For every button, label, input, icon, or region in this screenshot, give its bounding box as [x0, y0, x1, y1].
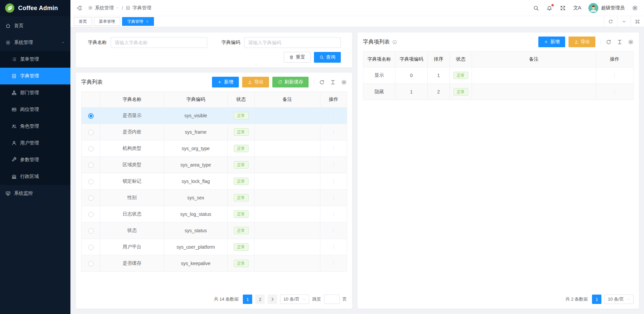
refresh-cache-button[interactable]: 刷新缓存 — [272, 77, 309, 87]
sidebar-item-label: 字典管理 — [20, 73, 39, 79]
table-row[interactable]: 是否缓存sys_keepalive正常 — [82, 255, 347, 272]
column-settings-gear-icon[interactable] — [628, 39, 634, 45]
row-radio[interactable] — [88, 130, 94, 135]
row-radio[interactable] — [88, 113, 94, 119]
dict-name-input[interactable] — [111, 37, 207, 48]
tabs-maximize-button[interactable] — [631, 16, 644, 27]
breadcrumb-item-system[interactable]: 系统管理 — [88, 5, 119, 11]
page-button-2[interactable]: 2 — [255, 295, 265, 304]
column-header: 字典项编码 — [395, 52, 428, 67]
remark-cell — [255, 206, 320, 223]
fullscreen-icon[interactable] — [560, 5, 566, 11]
query-button-label: 查询 — [326, 54, 335, 60]
page-size-select[interactable]: 10 条/页 — [604, 295, 634, 304]
submenu-system: 菜单管理字典管理部门管理岗位管理角色管理用户管理参数管理行政区域 — [0, 51, 70, 185]
translate-icon[interactable]: 文A — [573, 5, 581, 11]
table-row[interactable]: 是否显示sys_visible正常 — [82, 108, 347, 124]
table-row[interactable]: 机构类型sys_org_type正常 — [82, 140, 347, 157]
table-row[interactable]: 隐藏12正常 — [363, 84, 634, 100]
dict-name-cell: 日志状态 — [100, 206, 164, 223]
table-row[interactable]: 显示01正常 — [363, 67, 634, 84]
sidebar-collapse-icon[interactable] — [76, 5, 83, 11]
row-radio[interactable] — [88, 195, 94, 201]
breadcrumb-label: 字典管理 — [132, 5, 151, 11]
tab-label: 首页 — [79, 19, 87, 24]
sidebar-item-dept[interactable]: 部门管理 — [0, 84, 70, 101]
table-row[interactable]: 性别sys_sex正常 — [82, 190, 347, 206]
add-button[interactable]: 新增 — [212, 77, 239, 87]
sidebar-item-param[interactable]: 参数管理 — [0, 151, 70, 168]
row-radio[interactable] — [88, 245, 94, 250]
tabs-refresh-button[interactable] — [604, 16, 617, 27]
sidebar-item-post[interactable]: 岗位管理 — [0, 101, 70, 118]
refresh-icon[interactable] — [606, 39, 611, 45]
jump-page-input[interactable] — [324, 295, 339, 304]
refresh-icon[interactable] — [319, 79, 325, 85]
sidebar-item-home[interactable]: 首页 — [0, 17, 70, 34]
reset-button[interactable]: 重置 — [284, 52, 311, 63]
export-button[interactable]: 导出 — [242, 77, 269, 87]
row-radio[interactable] — [88, 212, 94, 217]
table-row[interactable]: 用户平台sys_user_platform正常 — [82, 239, 347, 255]
sidebar-item-system[interactable]: 系统管理 — [0, 34, 70, 51]
column-header: 字典编码 — [164, 92, 228, 108]
table-row[interactable]: 区域类型sys_area_type正常 — [82, 157, 347, 173]
row-radio[interactable] — [88, 228, 94, 234]
sidebar-item-user[interactable]: 用户管理 — [0, 135, 70, 151]
dict-item-list-card: 字典项列表 新增 导出 — [358, 33, 639, 309]
row-radio[interactable] — [88, 146, 94, 151]
page-button-1[interactable]: 1 — [592, 295, 601, 304]
next-page-button[interactable] — [268, 295, 277, 304]
status-badge: 正常 — [234, 161, 249, 169]
table-row[interactable]: 状态sys_status正常 — [82, 223, 347, 239]
tab-dict[interactable]: 字典管理 — [122, 17, 154, 26]
query-button[interactable]: 查询 — [314, 52, 341, 63]
sidebar-item-menu[interactable]: 菜单管理 — [0, 51, 70, 68]
breadcrumb-item-dict: 字典管理 — [125, 5, 151, 11]
row-radio[interactable] — [88, 179, 94, 184]
search-icon[interactable] — [533, 5, 539, 11]
sidebar-item-dict[interactable]: 字典管理 — [0, 68, 70, 84]
table-row[interactable]: 锁定标记sys_lock_flag正常 — [82, 173, 347, 190]
tab-home[interactable]: 首页 — [74, 17, 92, 26]
table-row[interactable]: 日志状态sys_log_status正常 — [82, 206, 347, 223]
chevron-down-icon — [116, 6, 119, 10]
status-badge: 正常 — [453, 72, 468, 79]
settings-gear-icon[interactable] — [632, 5, 638, 11]
status-badge: 正常 — [234, 260, 249, 267]
row-radio[interactable] — [88, 163, 94, 168]
export-item-button[interactable]: 导出 — [569, 37, 595, 47]
download-icon — [248, 80, 252, 84]
sidebar-item-monitor[interactable]: 系统监控 — [0, 185, 70, 202]
dict-item-head: 字典项列表 新增 导出 — [363, 37, 634, 47]
tabbar: 首页菜单管理字典管理 — [70, 16, 644, 27]
user-menu[interactable]: 超级管理员 — [588, 3, 625, 13]
row-height-icon[interactable] — [617, 39, 623, 45]
sidebar-item-role[interactable]: 角色管理 — [0, 118, 70, 135]
logo-leaf-icon — [5, 3, 15, 13]
tabs-more-button[interactable] — [617, 16, 631, 27]
sidebar-item-region[interactable]: 行政区域 — [0, 168, 70, 185]
notifications-button[interactable] — [546, 5, 552, 11]
row-height-icon[interactable] — [330, 79, 336, 85]
remark-cell — [255, 140, 320, 157]
page-button-1[interactable]: 1 — [243, 295, 252, 304]
add-button-label: 新增 — [224, 79, 233, 85]
status-badge: 正常 — [234, 178, 249, 185]
column-header: 状态 — [450, 52, 472, 67]
sidebar-item-label: 首页 — [14, 23, 23, 29]
status-badge: 正常 — [234, 145, 249, 152]
table-row[interactable]: 是否内嵌sys_frame正常 — [82, 124, 347, 140]
dict-name-cell: 状态 — [100, 223, 164, 239]
add-item-button[interactable]: 新增 — [538, 37, 565, 47]
info-icon[interactable] — [392, 40, 397, 45]
close-icon[interactable] — [146, 20, 149, 23]
column-header: 字典名称 — [100, 92, 164, 108]
item-code-cell: 1 — [395, 84, 428, 100]
dict-code-input[interactable] — [244, 37, 341, 48]
page-size-select[interactable]: 10 条/页 — [280, 295, 309, 304]
column-header: 备注 — [472, 52, 596, 67]
tab-menu[interactable]: 菜单管理 — [94, 17, 120, 26]
column-settings-gear-icon[interactable] — [341, 79, 347, 85]
row-radio[interactable] — [88, 261, 94, 266]
